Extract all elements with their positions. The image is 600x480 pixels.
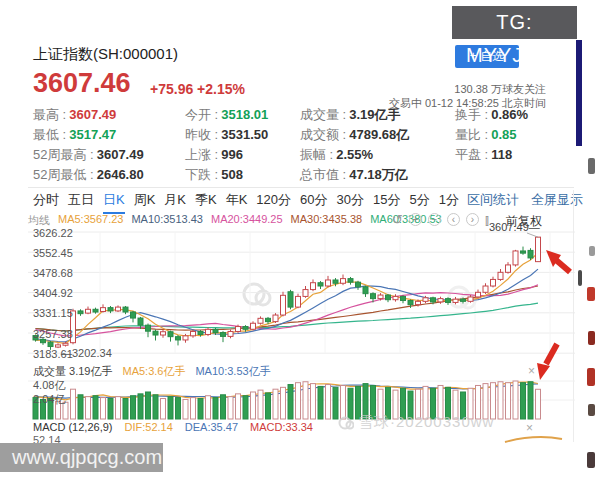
reset-icon[interactable]: ↺ <box>392 212 403 227</box>
followers-count: 130.38 万球友关注 <box>389 82 546 96</box>
stat-label: 成交额 : <box>300 127 346 142</box>
price-change: +75.96 +2.15% <box>150 81 245 97</box>
volume-ma10-label: MA10:3.53亿手 <box>195 364 270 379</box>
stat-value: 47.18万亿 <box>349 167 408 182</box>
price-axis-label: 3404.92 <box>33 287 73 299</box>
stat-3-1: 量比 :0.85 <box>455 126 517 144</box>
tab-30分[interactable]: 30分 <box>337 191 364 212</box>
price-axis-label: 3257.38 <box>33 328 73 340</box>
low-price-marker: —3202.34 <box>61 347 112 359</box>
page-title: 上证指数(SH:000001) <box>33 45 178 64</box>
edge-fragment <box>578 270 582 286</box>
stat-label: 52周最高 : <box>33 147 94 162</box>
stat-label: 成交量 : <box>300 107 346 122</box>
tab-1分[interactable]: 1分 <box>439 191 459 212</box>
stat-label: 上涨 : <box>185 147 218 162</box>
stat-value: 2.55% <box>336 147 373 162</box>
volume-axis-label: 4.08亿 <box>33 378 65 393</box>
stat-value: 3.19亿手 <box>349 107 400 122</box>
stat-label: 最高 : <box>33 107 66 122</box>
stat-1-0: 今开 :3518.01 <box>185 106 268 124</box>
pan-right-icon[interactable]: › <box>466 213 479 226</box>
tab-五日[interactable]: 五日 <box>68 191 94 212</box>
tab-60分[interactable]: 60分 <box>300 191 327 212</box>
tab-年K[interactable]: 年K <box>226 191 248 212</box>
chart-links: 区间统计全屏显示 <box>467 191 583 209</box>
edge-fragment <box>588 404 595 416</box>
chart-toolbar: ↺ + − ‹ › [] <box>392 212 487 227</box>
tab-15分[interactable]: 15分 <box>373 191 400 212</box>
tab-分时[interactable]: 分时 <box>33 191 59 212</box>
stat-value: 118 <box>491 147 512 162</box>
stat-label: 52周最低 : <box>33 167 94 182</box>
stat-label: 换手 : <box>455 107 488 122</box>
tab-120分[interactable]: 120分 <box>256 191 291 212</box>
tab-月K[interactable]: 月K <box>164 191 186 212</box>
stat-value: 3518.01 <box>221 107 268 122</box>
zoom-out-icon[interactable]: − <box>428 213 441 226</box>
stat-label: 振幅 : <box>300 147 333 162</box>
price-axis-label: 3478.68 <box>33 267 73 279</box>
stat-2-0: 成交量 :3.19亿手 <box>300 106 401 124</box>
link-全屏显示[interactable]: 全屏显示 <box>531 191 583 209</box>
site-watermark-bar: www.qjpqcg.com <box>0 443 163 472</box>
candlestick-chart[interactable] <box>28 226 575 362</box>
pan-left-icon[interactable]: ‹ <box>447 213 460 226</box>
divider <box>28 187 574 188</box>
price-axis-label: 3552.45 <box>33 247 73 259</box>
stat-value: 3517.47 <box>69 127 116 142</box>
volume-axis-label: 2.04亿 <box>33 392 65 407</box>
high-price-marker: 3607.49— <box>489 221 540 233</box>
close-volume-pane-icon[interactable]: × <box>528 366 535 376</box>
edge-fragment <box>589 246 595 256</box>
stat-value: 0.85 <box>491 127 516 142</box>
stat-2-1: 成交额 :4789.68亿 <box>300 126 409 144</box>
link-区间统计[interactable]: 区间统计 <box>467 191 519 209</box>
stat-label: 今开 : <box>185 107 218 122</box>
stat-0-1: 最低 :3517.47 <box>33 126 116 144</box>
stat-value: 0.86% <box>491 107 528 122</box>
stat-value: 3607.49 <box>69 107 116 122</box>
price-axis-label: 3331.15 <box>33 307 73 319</box>
stat-label: 平盘 : <box>455 147 488 162</box>
stat-1-1: 昨收 :3531.50 <box>185 126 268 144</box>
edge-fragment <box>588 158 595 174</box>
fullscreen-icon[interactable]: [] <box>485 214 487 226</box>
stat-label: 最低 : <box>33 127 66 142</box>
stat-1-3: 下跌 :508 <box>185 166 243 184</box>
edge-fragment <box>588 331 595 345</box>
stat-label: 总市值 : <box>300 167 346 182</box>
zoom-in-icon[interactable]: + <box>409 213 422 226</box>
stat-value: 4789.68亿 <box>349 127 409 142</box>
stat-2-3: 总市值 :47.18万亿 <box>300 166 408 184</box>
edge-fragment <box>587 452 595 468</box>
stat-value: 3531.50 <box>221 127 268 142</box>
tab-周K[interactable]: 周K <box>134 191 156 212</box>
stat-0-0: 最高 :3607.49 <box>33 106 116 124</box>
macd-label: MACD (12,26,9) <box>33 421 112 433</box>
stat-value: 996 <box>221 147 243 162</box>
volume-ma5-label: MA5:3.6亿手 <box>122 364 185 379</box>
stat-value: 2646.80 <box>97 167 144 182</box>
macd-value-label: MACD:33.34 <box>250 421 313 433</box>
stat-value: 508 <box>221 167 243 182</box>
stat-label: 量比 : <box>455 127 488 142</box>
macd-legend: MACD (12,26,9) DIF:52.14 DEA:35.47 MACD:… <box>33 421 313 433</box>
stat-3-2: 平盘 :118 <box>455 146 512 164</box>
tg-watermark-badge: TG: MYYJJPP <box>452 6 577 39</box>
stat-label: 下跌 : <box>185 167 218 182</box>
close-macd-pane-icon[interactable]: × <box>526 423 533 433</box>
edge-fragment <box>587 368 595 386</box>
price-axis-label: 3626.22 <box>33 227 73 239</box>
stat-value: 3607.49 <box>97 147 144 162</box>
tab-季K[interactable]: 季K <box>195 191 217 212</box>
volume-label: 成交量 3.19亿手 <box>33 364 112 379</box>
tab-日K[interactable]: 日K <box>103 191 125 214</box>
macd-line-fragment <box>500 432 570 446</box>
stat-0-3: 52周最低 :2646.80 <box>33 166 144 184</box>
right-edge-strip <box>576 40 582 146</box>
macd-dif-label: DIF:52.14 <box>124 421 172 433</box>
current-price: 3607.46 <box>33 68 131 99</box>
tab-5分[interactable]: 5分 <box>409 191 429 212</box>
edge-fragment <box>587 287 595 301</box>
